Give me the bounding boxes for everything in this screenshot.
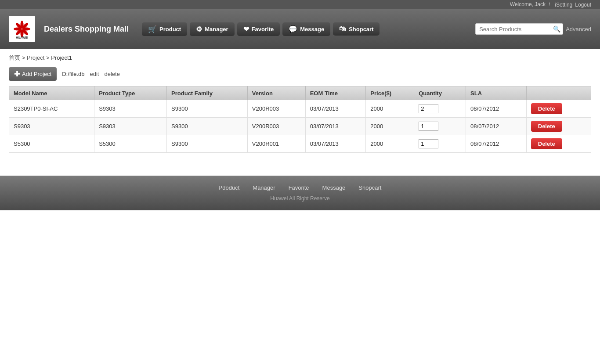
quantity-input[interactable] [419,104,438,113]
cell-version: V200R003 [247,100,305,118]
edit-link[interactable]: edit [90,71,99,77]
cell-delete[interactable]: Delete [526,135,591,153]
delete-button[interactable]: Delete [531,121,562,132]
footer: Pdoduct Manager Favorite Message Shopcar… [0,176,600,210]
cell-eom-time: 03/07/2013 [305,118,366,135]
cell-model-name: S9303 [9,118,94,135]
advanced-link[interactable]: Advanced [566,26,591,32]
delete-button[interactable]: Delete [531,138,562,149]
quantity-input[interactable] [419,122,438,131]
cell-price: 2000 [366,118,414,135]
logo-area: HUAWEI [9,16,35,42]
search-area: 🔍 Advanced [475,23,591,35]
cell-sla: 08/07/2012 [466,118,527,135]
nav-manager-label: Manager [205,26,228,32]
nav-shopcart-label: Shopcart [349,26,373,32]
col-version: Version [247,86,305,101]
breadcrumb-project1: Project1 [51,54,72,61]
footer-shopcart[interactable]: Shopcart [358,184,381,191]
col-action [526,86,591,101]
welcome-text: Welcome, Jack ！ [510,1,552,8]
cell-delete[interactable]: Delete [526,100,591,118]
footer-favorite[interactable]: Favorite [289,184,309,191]
huawei-logo-icon: HUAWEI [9,16,35,42]
cell-product-type: S9303 [94,100,167,118]
delete-link[interactable]: delete [104,71,119,77]
nav-product[interactable]: 🛒 Product [142,22,187,36]
cell-product-type: S5300 [94,135,167,153]
table-row: S5300 S5300 S9300 V200R001 03/07/2013 20… [9,135,591,153]
nav-message[interactable]: 💬 Message [282,22,330,36]
nav-favorite-label: Favorite [252,26,274,32]
table-row: S2309TP0-SI-AC S9303 S9300 V200R003 03/0… [9,100,591,118]
nav-bar: 🛒 Product ⚙ Manager ❤ Favorite 💬 Message… [142,22,475,36]
cell-quantity[interactable] [414,118,466,135]
favorite-icon: ❤ [243,25,249,33]
cell-product-type: S9303 [94,118,167,135]
delete-button[interactable]: Delete [531,103,562,114]
toolbar: ✚ Add Project D:/file.db edit delete [9,67,591,81]
cell-model-name: S5300 [9,135,94,153]
cell-quantity[interactable] [414,100,466,118]
cell-quantity[interactable] [414,135,466,153]
isetting-link[interactable]: iSetting [555,2,572,8]
cell-model-name: S2309TP0-SI-AC [9,100,94,118]
data-table: Model Name Product Type Product Family V… [9,86,591,153]
col-product-type: Product Type [94,86,167,101]
product-icon: 🛒 [148,25,157,33]
cell-eom-time: 03/07/2013 [305,135,366,153]
cell-product-family: S9300 [167,118,248,135]
breadcrumb-project[interactable]: Project [27,54,44,61]
cell-eom-time: 03/07/2013 [305,100,366,118]
cell-sla: 08/07/2012 [466,100,527,118]
nav-message-label: Message [300,26,324,32]
shopcart-icon: 🛍 [339,25,346,33]
cell-sla: 08/07/2012 [466,135,527,153]
col-sla: SLA [466,86,527,101]
manager-icon: ⚙ [196,25,202,33]
col-quantity: Quantity [414,86,466,101]
col-product-family: Product Family [167,86,248,101]
search-button[interactable]: 🔍 [553,25,560,32]
quantity-input[interactable] [419,139,438,148]
footer-copyright: Huawei All Right Reserve [9,195,591,202]
logout-link[interactable]: Logout [575,2,591,8]
col-price: Price($) [366,86,414,101]
nav-shopcart[interactable]: 🛍 Shopcart [333,22,380,36]
search-input[interactable] [479,26,553,32]
cell-delete[interactable]: Delete [526,118,591,135]
cell-product-family: S9300 [167,135,248,153]
nav-manager[interactable]: ⚙ Manager [190,22,234,36]
svg-text:HUAWEI: HUAWEI [16,36,28,39]
site-title: Dealers Shopping Mall [44,25,129,34]
footer-links: Pdoduct Manager Favorite Message Shopcar… [9,184,591,191]
main-content: 首页 > Project > Project1 ✚ Add Project D:… [0,49,600,158]
breadcrumb: 首页 > Project > Project1 [9,54,591,62]
cell-price: 2000 [366,100,414,118]
nav-favorite[interactable]: ❤ Favorite [237,22,280,36]
cell-product-family: S9300 [167,100,248,118]
footer-pdoduct[interactable]: Pdoduct [219,184,240,191]
footer-manager[interactable]: Manager [253,184,275,191]
nav-product-label: Product [159,26,181,32]
footer-message[interactable]: Message [322,184,346,191]
cell-price: 2000 [366,135,414,153]
add-project-button[interactable]: ✚ Add Project [9,67,57,81]
file-path: D:/file.db [62,71,84,77]
message-icon: 💬 [289,25,297,33]
cell-version: V200R001 [247,135,305,153]
add-project-label: Add Project [22,71,51,77]
cell-version: V200R003 [247,118,305,135]
search-box: 🔍 [475,23,563,35]
col-model-name: Model Name [9,86,94,101]
add-icon: ✚ [14,70,20,78]
table-header-row: Model Name Product Type Product Family V… [9,86,591,101]
col-eom-time: EOM Time [305,86,366,101]
table-row: S9303 S9303 S9300 V200R003 03/07/2013 20… [9,118,591,135]
breadcrumb-home[interactable]: 首页 [9,54,20,61]
